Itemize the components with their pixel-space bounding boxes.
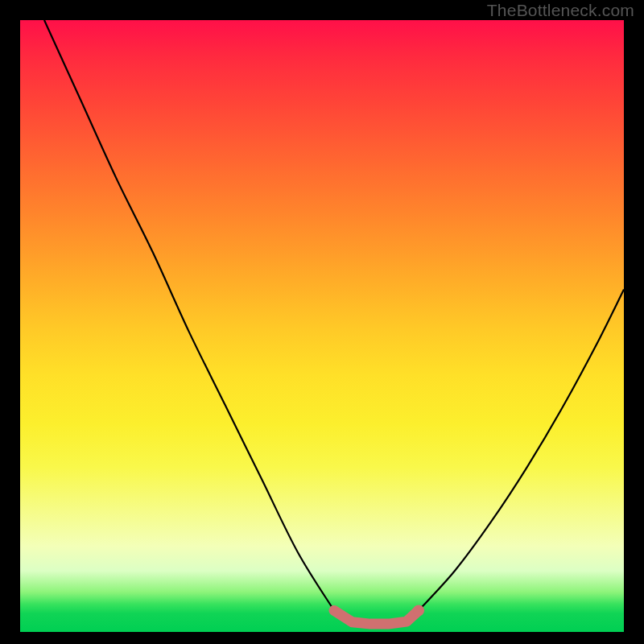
chart-frame: TheBottleneck.com <box>0 0 644 644</box>
attribution-label: TheBottleneck.com <box>487 1 634 20</box>
plot-area <box>20 20 624 632</box>
